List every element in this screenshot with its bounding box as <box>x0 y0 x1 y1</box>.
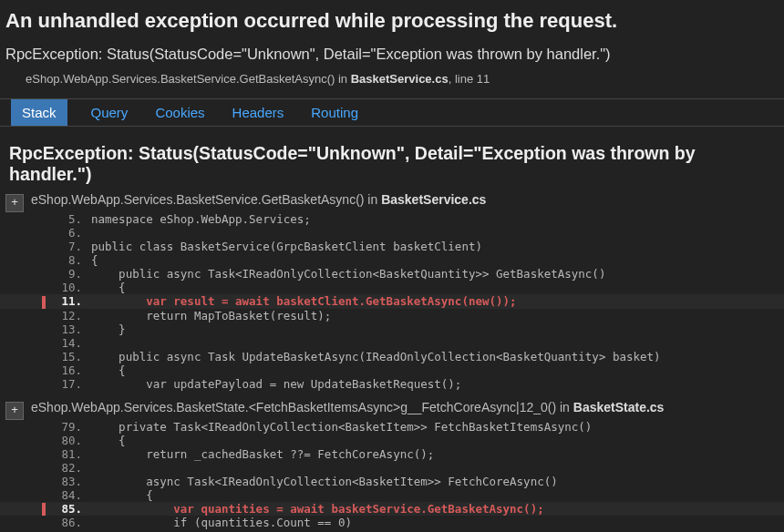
line-number: 9. <box>51 267 82 281</box>
frame-file: BasketState.cs <box>573 400 665 414</box>
source-line: 17. var updatePayload = new UpdateBasket… <box>0 377 784 391</box>
source-line: 14. <box>0 336 784 350</box>
source-line: 11. var result = await basketClient.GetB… <box>0 294 784 309</box>
line-code: { <box>91 434 126 447</box>
frame-file: BasketService.cs <box>381 192 486 207</box>
line-code: public async Task<IReadOnlyCollection<Ba… <box>91 267 605 281</box>
line-number: 13. <box>51 322 82 336</box>
line-code: { <box>91 363 126 377</box>
line-number: 7. <box>51 240 82 253</box>
line-number: 10. <box>51 281 82 294</box>
frame-header[interactable]: eShop.WebApp.Services.BasketService.GetB… <box>31 192 784 207</box>
tab-routing[interactable]: Routing <box>307 99 362 126</box>
line-number: 12. <box>51 309 82 322</box>
line-code: { <box>91 488 153 502</box>
tab-stack[interactable]: Stack <box>11 99 67 126</box>
line-number: 15. <box>51 350 82 363</box>
highlight-marker <box>42 503 46 516</box>
stack-frame: eShop.WebApp.Services.BasketService.GetB… <box>0 192 784 391</box>
source-line: 13. } <box>0 322 784 336</box>
line-code: return _cachedBasket ??= FetchCoreAsync(… <box>91 447 434 461</box>
line-number: 17. <box>51 377 82 391</box>
source-line: 82. <box>0 461 784 475</box>
tab-headers[interactable]: Headers <box>229 99 288 126</box>
frame-method: eShop.WebApp.Services.BasketService.GetB… <box>31 192 381 207</box>
source-line: 85. var quantities = await basketService… <box>0 502 784 517</box>
source-line: 5.namespace eShop.WebApp.Services; <box>0 212 784 226</box>
source-line: 86. if (quantities.Count == 0) <box>0 516 784 529</box>
top-frame-method: eShop.WebApp.Services.BasketService.GetB… <box>26 72 351 86</box>
frame-method: eShop.WebApp.Services.BasketState.<Fetch… <box>31 400 573 414</box>
line-code: var quantities = await basketService.Get… <box>91 502 544 516</box>
line-code: return MapToBasket(result); <box>91 309 331 322</box>
line-number: 6. <box>51 226 82 240</box>
line-code: var updatePayload = new UpdateBasketRequ… <box>91 377 461 391</box>
source-line: 9. public async Task<IReadOnlyCollection… <box>0 267 784 281</box>
top-frame-file: BasketService.cs <box>351 72 449 86</box>
exception-summary: RpcException: Status(StatusCode="Unknown… <box>5 46 779 63</box>
top-frame-suffix: , line 11 <box>449 72 490 86</box>
line-number: 83. <box>51 475 82 488</box>
source-line: 10. { <box>0 281 784 294</box>
line-code: namespace eShop.WebApp.Services; <box>91 212 311 226</box>
frame-header[interactable]: eShop.WebApp.Services.BasketState.<Fetch… <box>31 400 784 414</box>
tab-query[interactable]: Query <box>88 99 132 126</box>
tab-cookies[interactable]: Cookies <box>151 99 208 126</box>
source-line: 16. { <box>0 363 784 377</box>
line-code: { <box>91 253 98 267</box>
stack-frame: eShop.WebApp.Services.BasketState.<Fetch… <box>0 400 784 530</box>
line-number: 85. <box>51 502 82 516</box>
line-number: 5. <box>51 212 82 226</box>
source-line: 79. private Task<IReadOnlyCollection<Bas… <box>0 420 784 434</box>
page-title: An unhandled exception occurred while pr… <box>5 9 779 33</box>
line-number: 80. <box>51 434 82 447</box>
source-line: 12. return MapToBasket(result); <box>0 309 784 322</box>
stack-heading: RpcException: Status(StatusCode="Unknown… <box>9 143 779 185</box>
source-line: 15. public async Task UpdateBasketAsync(… <box>0 350 784 363</box>
source-line: 8.{ <box>0 253 784 267</box>
expand-button[interactable]: + <box>5 402 24 420</box>
source-block: 5.namespace eShop.WebApp.Services;6.7.pu… <box>0 212 784 391</box>
source-line: 84. { <box>0 488 784 502</box>
line-code: if (quantities.Count == 0) <box>91 516 352 529</box>
line-number: 14. <box>51 336 82 350</box>
source-line: 81. return _cachedBasket ??= FetchCoreAs… <box>0 447 784 461</box>
highlight-marker <box>42 296 46 309</box>
source-line: 7.public class BasketService(GrpcBasketC… <box>0 240 784 253</box>
source-line: 6. <box>0 226 784 240</box>
line-number: 86. <box>51 516 82 529</box>
line-code: async Task<IReadOnlyCollection<BasketIte… <box>91 475 558 488</box>
line-number: 84. <box>51 488 82 502</box>
line-code: private Task<IReadOnlyCollection<BasketI… <box>91 420 592 434</box>
line-number: 81. <box>51 447 82 461</box>
line-code: var result = await basketClient.GetBaske… <box>91 294 517 308</box>
line-number: 82. <box>51 461 82 475</box>
line-number: 8. <box>51 253 82 267</box>
source-block: 79. private Task<IReadOnlyCollection<Bas… <box>0 420 784 530</box>
tab-bar: Stack Query Cookies Headers Routing <box>0 98 784 127</box>
line-code: public async Task UpdateBasketAsync(IRea… <box>91 350 661 363</box>
expand-button[interactable]: + <box>5 194 24 212</box>
line-number: 11. <box>51 294 82 308</box>
line-code: } <box>91 322 126 336</box>
line-number: 79. <box>51 420 82 434</box>
top-frame-line: eShop.WebApp.Services.BasketService.GetB… <box>26 72 779 86</box>
line-code: public class BasketService(GrpcBasketCli… <box>91 240 482 253</box>
source-line: 83. async Task<IReadOnlyCollection<Baske… <box>0 475 784 488</box>
line-code: { <box>91 281 126 294</box>
line-number: 16. <box>51 363 82 377</box>
source-line: 80. { <box>0 434 784 447</box>
